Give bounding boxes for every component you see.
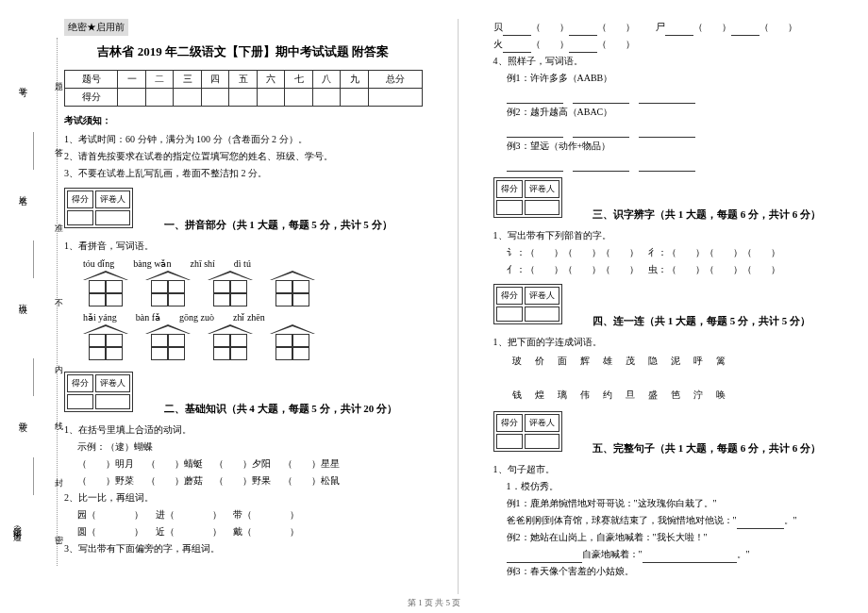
pinyin: tóu dǐng bbox=[83, 258, 114, 269]
cell: 评卷人 bbox=[95, 374, 130, 392]
q1-1: 1、看拼音，写词语。 bbox=[64, 238, 423, 255]
radical-row: 贝（ ）（ ） 尸（ ）（ ） bbox=[493, 19, 852, 36]
char: 伟 bbox=[580, 389, 590, 402]
blank-item: （ ）野果 bbox=[214, 475, 271, 486]
cell: 评卷人 bbox=[525, 180, 559, 198]
radical-char: 贝 bbox=[493, 22, 503, 32]
char: 辉 bbox=[580, 355, 590, 368]
th: 七 bbox=[285, 71, 313, 89]
compare-item: 圆（ ） bbox=[77, 526, 143, 537]
side-label-class: 班级 bbox=[17, 297, 29, 301]
blank-line bbox=[507, 155, 852, 172]
house-icon bbox=[83, 324, 128, 360]
q5-ex2: 例2：她站在山岗上，自豪地喊着："我长大啦！" bbox=[507, 529, 852, 546]
house-icon bbox=[83, 271, 128, 306]
cell: 得分 bbox=[67, 191, 93, 208]
house-icon bbox=[208, 271, 253, 306]
th: 八 bbox=[312, 71, 341, 89]
q2-4-ex3: 例3：望远（动作+物品） bbox=[507, 138, 852, 155]
char: 旦 bbox=[626, 389, 635, 402]
th: 二 bbox=[145, 71, 174, 89]
blank-line bbox=[507, 121, 852, 138]
score-mini-box: 得分评卷人 bbox=[493, 411, 562, 452]
cell: 得分 bbox=[496, 287, 523, 305]
pinyin: zhī shí bbox=[190, 258, 214, 269]
cell: 得分 bbox=[67, 374, 93, 392]
score-mini-box: 得分评卷人 bbox=[64, 188, 133, 228]
q5-1-1: 1．模仿秀。 bbox=[507, 478, 852, 495]
th: 题号 bbox=[65, 71, 118, 89]
q2-3: 3、写出带有下面偏旁的字，再组词。 bbox=[64, 540, 423, 557]
house-row bbox=[83, 271, 423, 306]
blank-item: （ ）蜻蜓 bbox=[146, 458, 203, 469]
char: 璃 bbox=[558, 389, 567, 402]
sentence-mid: 自豪地喊着：" bbox=[582, 549, 643, 559]
blank-item: （ ）蘑菇 bbox=[146, 475, 203, 486]
char: 隐 bbox=[648, 355, 658, 368]
compare-item: 进（ ） bbox=[156, 509, 222, 520]
q5-1: 1、句子超市。 bbox=[493, 461, 852, 478]
column-divider bbox=[458, 19, 459, 594]
radical-row: 火（ ）（ ） bbox=[493, 36, 852, 53]
pinyin: gōng zuò bbox=[179, 312, 214, 323]
right-column: 贝（ ）（ ） 尸（ ）（ ） 火（ ）（ ） 4、照样子，写词语。 例1：许许… bbox=[486, 19, 860, 594]
pinyin-row: tóu dǐng bàng wǎn zhī shí dì tú bbox=[83, 258, 423, 269]
pinyin: bàng wǎn bbox=[133, 258, 171, 269]
q2-2-row: 圆（ ） 近（ ） 戴（ ） bbox=[77, 523, 423, 540]
q2-1-items: （ ）明月 （ ）蜻蜓 （ ）夕阳 （ ）星星 bbox=[77, 456, 423, 472]
page-footer: 第 1 页 共 5 页 bbox=[0, 597, 868, 609]
th: 一 bbox=[118, 71, 146, 89]
q2-1-items: （ ）野菜 （ ）蘑菇 （ ）野果 （ ）松鼠 bbox=[77, 472, 423, 489]
cell: 评卷人 bbox=[525, 414, 559, 432]
house-icon bbox=[145, 271, 191, 306]
pinyin: dì tú bbox=[234, 258, 251, 269]
exam-title: 吉林省 2019 年二级语文【下册】期中考试试题 附答案 bbox=[64, 43, 423, 60]
q3-1: 1、写出带有下列部首的字。 bbox=[493, 227, 852, 244]
pinyin: hǎi yáng bbox=[83, 312, 117, 323]
left-column: 绝密★启用前 吉林省 2019 年二级语文【下册】期中考试试题 附答案 题号 一… bbox=[57, 19, 430, 594]
house-icon bbox=[145, 324, 191, 360]
cell: 评卷人 bbox=[525, 287, 559, 305]
side-label-school: 学校 bbox=[17, 415, 29, 419]
cell: 得分 bbox=[496, 414, 523, 432]
score-mini-box: 得分评卷人 bbox=[493, 177, 562, 218]
blank-item: （ ）夕阳 bbox=[214, 458, 271, 469]
side-label-township: 乡镇（街道） bbox=[11, 519, 24, 530]
section-2-title: 二、基础知识（共 4 大题，每题 5 分，共计 20 分） bbox=[164, 402, 398, 416]
char: 唤 bbox=[716, 389, 726, 402]
radical-char: 尸 bbox=[656, 22, 665, 32]
char: 泞 bbox=[693, 389, 703, 402]
char-row-bottom: 钱 煌 璃 伟 约 旦 盛 笆 泞 唤 bbox=[512, 389, 852, 402]
pinyin: bàn fǎ bbox=[136, 312, 160, 323]
notice-heading: 考试须知： bbox=[64, 114, 423, 127]
section-4-title: 四、连一连（共 1 大题，每题 5 分，共计 5 分） bbox=[593, 314, 810, 328]
house-icon bbox=[270, 324, 315, 360]
blank-item: （ ）松鼠 bbox=[283, 475, 340, 486]
radical-char: 火 bbox=[493, 39, 503, 49]
sentence-suffix: 。" bbox=[784, 515, 797, 525]
side-line bbox=[33, 457, 34, 495]
compare-item: 带（ ） bbox=[233, 509, 299, 520]
char: 篱 bbox=[716, 355, 726, 368]
blank-item: （ ）明月 bbox=[77, 458, 134, 469]
q2-1: 1、在括号里填上合适的动词。 bbox=[64, 422, 423, 439]
side-line bbox=[33, 240, 34, 278]
char: 玻 bbox=[512, 355, 522, 368]
q2-1-ex: 示例：（逮）蝴蝶 bbox=[77, 439, 423, 456]
th: 四 bbox=[201, 71, 229, 89]
side-line bbox=[33, 132, 34, 170]
house-icon bbox=[208, 324, 253, 360]
char: 泥 bbox=[671, 355, 680, 368]
q4-1: 1、把下面的字连成词语。 bbox=[493, 334, 852, 351]
char: 笆 bbox=[671, 389, 680, 402]
cell: 得分 bbox=[496, 180, 523, 198]
q3-row: 讠：（ ）（ ）（ ） 彳：（ ）（ ）（ ） bbox=[507, 244, 852, 261]
section-5-title: 五、完整句子（共 1 大题，每题 6 分，共计 6 分） bbox=[593, 441, 821, 456]
q2-4-ex2: 例2：越升越高（ABAC） bbox=[507, 104, 852, 121]
secret-label: 绝密★启用前 bbox=[64, 19, 128, 36]
section-1-title: 一、拼音部分（共 1 大题，每题 5 分，共计 5 分） bbox=[164, 218, 392, 232]
q5-ex3: 例3：春天像个害羞的小姑娘。 bbox=[507, 563, 852, 580]
q2-2-row: 园（ ） 进（ ） 带（ ） bbox=[77, 506, 423, 523]
score-mini-box: 得分评卷人 bbox=[493, 284, 562, 324]
q2-4: 4、照样子，写词语。 bbox=[493, 53, 852, 70]
